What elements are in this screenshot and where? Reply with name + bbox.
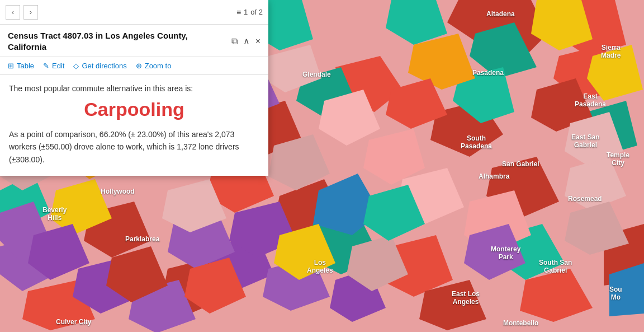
counter-current: 1 — [244, 8, 248, 16]
nav-arrows: ‹ › — [6, 5, 38, 20]
intro-text: The most popular commute alternative in … — [9, 84, 259, 93]
collapse-icon: ∧ — [243, 36, 250, 46]
title-actions: ⧉ ∧ × — [231, 36, 261, 46]
prev-button[interactable]: ‹ — [6, 5, 20, 20]
list-icon: ≡ — [236, 8, 241, 17]
edit-button[interactable]: ✎ Edit — [43, 62, 64, 70]
comparison-text: As a point of comparison, 66.20% (± 23.0… — [9, 128, 259, 166]
zoom-label: Zoom to — [145, 62, 172, 70]
edit-label: Edit — [52, 62, 64, 70]
next-button[interactable]: › — [23, 5, 38, 20]
zoom-icon: ⊕ — [136, 62, 142, 70]
nav-bar: ‹ › ≡ 1 of 2 — [0, 0, 268, 25]
copy-icon: ⧉ — [231, 36, 238, 46]
directions-icon: ◇ — [73, 62, 79, 70]
nav-counter: ≡ 1 of 2 — [236, 8, 263, 17]
commute-mode: Carpooling — [9, 99, 259, 120]
toolbar: ⊞ Table ✎ Edit ◇ Get directions ⊕ Zoom t… — [0, 57, 268, 75]
close-icon: × — [255, 36, 261, 46]
directions-button[interactable]: ◇ Get directions — [73, 62, 126, 70]
zoom-button[interactable]: ⊕ Zoom to — [136, 62, 172, 70]
table-label: Table — [17, 62, 34, 70]
content-area: The most popular commute alternative in … — [0, 75, 268, 176]
close-button[interactable]: × — [255, 36, 261, 46]
edit-icon: ✎ — [43, 62, 49, 70]
table-button[interactable]: ⊞ Table — [8, 62, 34, 70]
directions-label: Get directions — [82, 62, 126, 70]
table-icon: ⊞ — [8, 62, 14, 70]
counter-of: of 2 — [250, 8, 263, 16]
popup-title: Census Tract 4807.03 in Los Angeles Coun… — [8, 30, 226, 52]
copy-button[interactable]: ⧉ — [231, 36, 238, 46]
collapse-button[interactable]: ∧ — [243, 36, 250, 46]
popup-panel: ‹ › ≡ 1 of 2 Census Tract 4807.03 in Los… — [0, 0, 268, 176]
title-bar: Census Tract 4807.03 in Los Angeles Coun… — [0, 25, 268, 57]
